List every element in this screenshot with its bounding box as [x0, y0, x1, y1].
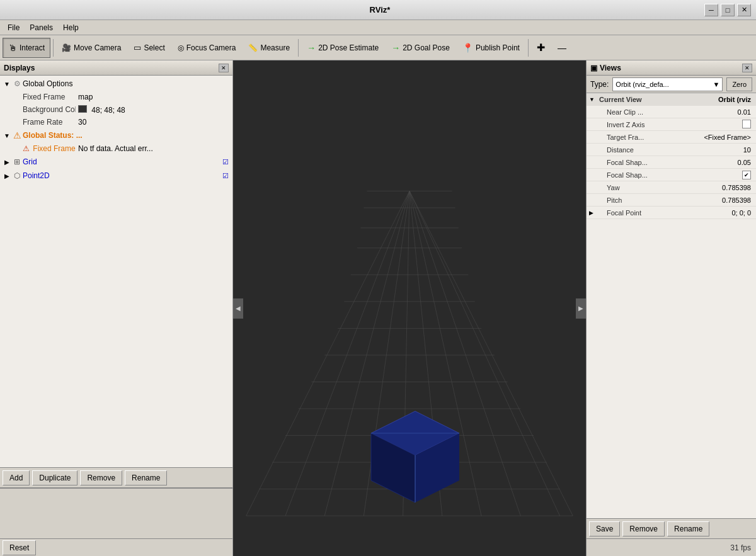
menu-panels[interactable]: Panels [25, 22, 58, 33]
pose-estimate-button[interactable]: → 2D Pose Estimate [301, 38, 384, 58]
displays-close-button[interactable]: ✕ [219, 64, 229, 72]
views-rename-button[interactable]: Rename [667, 521, 709, 536]
fixed-frame-error-row[interactable]: ⚠ Fixed Frame No tf data. Actual err... [0, 142, 232, 155]
goal-pose-button[interactable]: → 2D Goal Pose [386, 38, 455, 58]
focal-shape-1-row[interactable]: Focal Shap... 0.05 [587, 156, 756, 169]
target-frame-key: Target Fra... [597, 133, 704, 141]
move-camera-icon: 🎥 [62, 43, 71, 52]
goal-pose-icon: → [391, 43, 400, 53]
remove-icon: — [558, 43, 566, 53]
focal-point-key: Focal Point [597, 209, 731, 217]
left-collapse-arrow[interactable]: ◀ [233, 298, 243, 319]
left-bottom-area [0, 488, 233, 538]
separator-2 [298, 39, 299, 57]
measure-icon: 📏 [248, 43, 258, 52]
toolbar: 🖱 Interact 🎥 Move Camera ▭ Select ◎ Focu… [0, 35, 756, 60]
menu-file[interactable]: File [3, 22, 25, 33]
bg-color-row[interactable]: Background Color 48; 48; 48 [0, 103, 232, 116]
focus-camera-label: Focus Camera [186, 43, 236, 52]
views-zero-button[interactable]: Zero [726, 77, 752, 91]
measure-button[interactable]: 📏 Measure [243, 38, 295, 58]
global-options-row[interactable]: ▼ ⚙ Global Options [0, 77, 232, 91]
interact-button[interactable]: 🖱 Interact [3, 38, 50, 58]
right-collapse-arrow[interactable]: ▶ [576, 298, 586, 319]
remove-toolbar-button[interactable]: — [552, 38, 572, 58]
menu-help[interactable]: Help [58, 22, 84, 33]
distance-row[interactable]: Distance 10 [587, 144, 756, 156]
current-view-row[interactable]: ▼ Current View Orbit (rviz [587, 93, 756, 106]
views-header: ▣ Views ✕ [587, 60, 756, 76]
focal-shape-2-key: Focal Shap... [597, 171, 742, 179]
focal-point-expand-icon: ▶ [589, 210, 597, 216]
displays-title: Displays [4, 64, 35, 72]
views-remove-button[interactable]: Remove [622, 521, 665, 536]
main-content: Displays ✕ ▼ ⚙ Global Options Fixed Fram… [0, 60, 756, 556]
views-type-dropdown-icon: ▼ [713, 81, 719, 88]
displays-header: Displays ✕ [0, 60, 232, 76]
fixed-frame-row[interactable]: Fixed Frame map [0, 91, 232, 103]
interact-icon: 🖱 [8, 43, 17, 53]
select-button[interactable]: ▭ Select [128, 38, 170, 58]
yaw-row[interactable]: Yaw 0.785398 [587, 181, 756, 194]
pitch-row[interactable]: Pitch 0.785398 [587, 194, 756, 207]
remove-button[interactable]: Remove [80, 470, 122, 485]
focal-shape-1-key: Focal Shap... [597, 159, 738, 166]
viewport-area: ◀ ▶ [233, 60, 586, 556]
global-status-arrow: ▼ [3, 132, 11, 139]
bg-color-key: Background Color [0, 105, 76, 114]
focal-shape-2-val: ✔ [742, 171, 753, 179]
duplicate-button[interactable]: Duplicate [32, 470, 77, 485]
move-camera-button[interactable]: 🎥 Move Camera [56, 38, 127, 58]
global-status-row[interactable]: ▼ ⚠ Global Status: ... [0, 128, 232, 142]
focal-shape-2-row[interactable]: Focal Shap... ✔ [587, 169, 756, 181]
displays-tree: ▼ ⚙ Global Options Fixed Frame map Backg… [0, 76, 232, 467]
fixed-frame-key: Fixed Frame [0, 93, 76, 101]
publish-point-icon: 📍 [462, 43, 473, 53]
move-camera-label: Move Camera [74, 43, 121, 52]
point2d-icon: ⬡ [11, 171, 23, 180]
pitch-key: Pitch [597, 196, 722, 204]
focal-shape-2-checkbox[interactable]: ✔ [742, 171, 751, 179]
near-clip-row[interactable]: Near Clip ... 0.01 [587, 106, 756, 118]
close-button[interactable]: ✕ [737, 4, 751, 16]
target-frame-row[interactable]: Target Fra... <Fixed Frame> [587, 131, 756, 144]
focus-camera-button[interactable]: ◎ Focus Camera [172, 38, 242, 58]
fixed-frame-error-key: ⚠ Fixed Frame [0, 144, 76, 153]
distance-val: 10 [743, 146, 753, 154]
current-view-key: Current View [597, 96, 718, 103]
grid-row[interactable]: ▶ ⊞ Grid ☑ [0, 155, 232, 169]
fps-display: 31 fps [730, 543, 751, 552]
add-toolbar-button[interactable]: ✚ [531, 38, 551, 58]
title-bar: RViz* ─ □ ✕ [0, 0, 756, 20]
focal-shape-1-val: 0.05 [738, 159, 753, 166]
views-type-select[interactable]: Orbit (rviz_defa... ▼ [612, 77, 723, 91]
point2d-label: Point2D [23, 171, 222, 180]
views-tree: ▼ Current View Orbit (rviz Near Clip ...… [587, 93, 756, 518]
fixed-frame-error-icon: ⚠ [23, 144, 30, 153]
point2d-row[interactable]: ▶ ⬡ Point2D ☑ [0, 169, 232, 183]
add-button[interactable]: Add [3, 470, 30, 485]
near-clip-val: 0.01 [738, 108, 753, 116]
publish-point-label: Publish Point [476, 43, 520, 52]
maximize-button[interactable]: □ [721, 4, 735, 16]
global-options-arrow: ▼ [3, 81, 11, 88]
frame-rate-row[interactable]: Frame Rate 30 [0, 116, 232, 128]
frame-rate-value: 30 [76, 118, 232, 127]
invert-z-checkbox[interactable] [742, 120, 751, 128]
views-close-button[interactable]: ✕ [742, 64, 752, 72]
focal-point-row[interactable]: ▶ Focal Point 0; 0; 0 [587, 207, 756, 219]
current-view-expand-icon: ▼ [589, 96, 597, 103]
point2d-checkbox[interactable]: ☑ [222, 172, 229, 180]
3d-viewport[interactable]: ◀ ▶ [233, 60, 586, 556]
invert-z-row[interactable]: Invert Z Axis [587, 118, 756, 131]
views-save-button[interactable]: Save [589, 521, 620, 536]
add-icon: ✚ [537, 42, 545, 54]
rename-button[interactable]: Rename [125, 470, 167, 485]
near-clip-key: Near Clip ... [597, 108, 738, 116]
minimize-button[interactable]: ─ [704, 4, 718, 16]
reset-button[interactable]: Reset [3, 540, 36, 555]
grid-checkbox[interactable]: ☑ [222, 158, 229, 166]
publish-point-button[interactable]: 📍 Publish Point [457, 38, 525, 58]
displays-buttons: Add Duplicate Remove Rename [0, 467, 232, 487]
goal-pose-label: 2D Goal Pose [403, 43, 450, 52]
